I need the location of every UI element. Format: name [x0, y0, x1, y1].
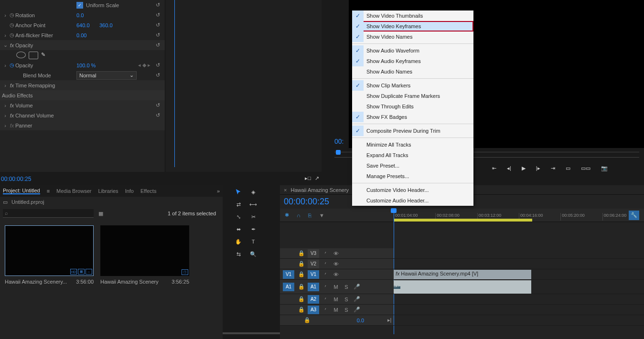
reset-icon[interactable]: ↺	[153, 41, 162, 50]
ripple-edit-tool-icon[interactable]: ⇄	[233, 200, 244, 209]
eye-icon[interactable]: 👁	[332, 250, 340, 257]
eye-icon[interactable]: 👁	[332, 271, 340, 278]
camera-icon[interactable]: 📷	[601, 165, 608, 171]
menu-item[interactable]: ✓Composite Preview During Trim	[352, 126, 473, 136]
voiceover-icon[interactable]: 🎤	[353, 296, 361, 303]
menu-item[interactable]: ✓Show Audio Keyframes	[352, 56, 473, 66]
source-patch-a1[interactable]: A1	[283, 283, 294, 291]
mark-in-icon[interactable]: ⇤	[492, 165, 496, 171]
track-target-v2[interactable]: V2	[308, 260, 319, 268]
opacity-header[interactable]: ⌄ fx Opacity ↺	[0, 40, 165, 50]
stopwatch-active-icon[interactable]: ◷	[9, 62, 15, 68]
blend-mode-select[interactable]: Normal ⌄	[76, 71, 137, 80]
menu-item[interactable]: ✓Show Video Thumbnails	[352, 11, 473, 21]
play-icon[interactable]: ▶	[522, 165, 526, 171]
marker-icon[interactable]: ▼	[319, 212, 324, 218]
audio-clip[interactable]	[394, 280, 531, 294]
overflow-icon[interactable]: »	[217, 188, 220, 194]
reset-icon[interactable]: ↺	[153, 71, 162, 80]
reset-icon[interactable]: ↺	[153, 101, 162, 110]
rate-stretch-tool-icon[interactable]: ⤡	[233, 212, 244, 222]
twirl-icon[interactable]: ›	[2, 63, 9, 68]
menu-item[interactable]: Show Through Edits	[352, 101, 473, 112]
mark-out-icon[interactable]: ⇥	[551, 165, 555, 171]
menu-item[interactable]: Show Audio Names	[352, 66, 473, 77]
rolling-edit-tool-icon[interactable]: ⟷	[248, 200, 258, 209]
mute-button[interactable]: M	[332, 296, 340, 303]
play-around-icon[interactable]: ▸□	[305, 175, 311, 181]
step-back-icon[interactable]: ◂|	[507, 165, 511, 171]
sync-lock-icon[interactable]: ⎖	[321, 283, 330, 291]
timeline-timecode[interactable]: 00:00:00:25	[280, 195, 333, 209]
selection-tool-icon[interactable]	[233, 187, 244, 197]
voiceover-icon[interactable]: 🎤	[353, 283, 361, 291]
uniform-scale-checkbox[interactable]: ✓	[76, 2, 83, 9]
go-to-next-icon[interactable]: ▸|	[385, 317, 394, 324]
menu-item[interactable]: ✓Show Video Keyframes	[352, 21, 473, 32]
extract-icon[interactable]: ▭▭	[581, 165, 590, 171]
effect-playhead[interactable]	[174, 0, 175, 167]
track-target-v3[interactable]: V3	[308, 249, 319, 258]
filter-bin-icon[interactable]: ▦	[98, 211, 103, 217]
lock-icon[interactable]: 🔒	[303, 317, 311, 324]
rotation-value[interactable]: 0.0	[76, 12, 84, 18]
pen-tool-icon[interactable]: ✒	[248, 224, 258, 234]
reset-icon[interactable]: ↺	[153, 111, 162, 120]
stopwatch-icon[interactable]: ◷	[9, 12, 15, 18]
video-clip[interactable]: fx Hawaii Amazing Scenery.mp4 [V]	[394, 270, 531, 279]
anchor-y-value[interactable]: 360.0	[99, 22, 113, 28]
lock-icon[interactable]: 🔒	[297, 250, 306, 257]
panel-menu-icon[interactable]: ≡	[47, 188, 50, 194]
voiceover-icon[interactable]: 🎤	[353, 306, 361, 314]
linked-selection-icon[interactable]: ⎘	[308, 212, 311, 218]
menu-item[interactable]: ✓Show Clip Markers	[352, 80, 473, 91]
project-item[interactable]: ◫Hawaii Amazing Scenery3:56:25	[100, 225, 189, 285]
hand-tool-icon[interactable]: ✋	[233, 237, 244, 246]
menu-item[interactable]: ✓Show Audio Waveform	[352, 45, 473, 56]
ellipse-mask-icon[interactable]	[16, 52, 26, 58]
lift-icon[interactable]: ▭	[566, 165, 570, 171]
opacity-value[interactable]: 100.0 %	[76, 63, 96, 68]
solo-button[interactable]: S	[342, 306, 351, 314]
reset-icon[interactable]: ↺	[153, 31, 162, 40]
menu-item[interactable]: Expand All Tracks	[352, 150, 473, 160]
rect-mask-icon[interactable]	[29, 52, 38, 59]
slip-tool-icon[interactable]: ⬌	[233, 224, 244, 234]
source-timecode[interactable]: 00:00:00:25	[1, 176, 31, 182]
keyframe-nav[interactable]: ◂ ◆ ▸	[138, 62, 150, 68]
source-patch-v1[interactable]: V1	[283, 270, 294, 279]
step-fwd-icon[interactable]: |▸	[536, 165, 540, 171]
sync-lock-icon[interactable]: ⎖	[321, 260, 330, 268]
tab-libraries[interactable]: Libraries	[98, 188, 118, 194]
track-select-tool-icon[interactable]: ◈	[248, 187, 258, 197]
menu-item[interactable]: Minimize All Tracks	[352, 139, 473, 150]
clip-thumbnail[interactable]: ◫	[100, 225, 189, 276]
menu-item[interactable]: Customize Video Header...	[352, 185, 473, 195]
nest-icon[interactable]: ✱	[285, 212, 289, 218]
anchor-x-value[interactable]: 640.0	[76, 22, 90, 28]
mute-button[interactable]: M	[332, 306, 340, 314]
menu-item[interactable]: Save Preset...	[352, 160, 473, 171]
lock-icon[interactable]: 🔒	[297, 271, 306, 278]
time-remap-header[interactable]: › fx Time Remapping	[0, 80, 165, 90]
lock-icon[interactable]: 🔒	[297, 283, 306, 291]
export-frame-icon[interactable]: ↗	[315, 175, 319, 181]
zoom-tool-icon[interactable]: 🔍	[248, 249, 258, 259]
menu-item[interactable]: ✓Show FX Badges	[352, 112, 473, 122]
project-item[interactable]: HD▦↔Hawaii Amazing Scenery...3:56:00	[5, 225, 94, 285]
track-target-a2[interactable]: A2	[308, 295, 319, 304]
tab-media-browser[interactable]: Media Browser	[56, 188, 91, 194]
twirl-down-icon[interactable]: ⌄	[2, 42, 9, 48]
reset-icon[interactable]: ↺	[153, 11, 162, 20]
lock-icon[interactable]: 🔒	[297, 260, 306, 268]
track-target-v1[interactable]: V1	[308, 270, 319, 279]
close-icon[interactable]: ×	[284, 187, 287, 193]
antiflicker-value[interactable]: 0.00	[76, 32, 86, 38]
menu-item[interactable]: Show Duplicate Frame Markers	[352, 91, 473, 101]
volume-header[interactable]: ›fx Volume ↺	[0, 100, 165, 110]
twirl-icon[interactable]: ›	[2, 83, 9, 88]
twirl-icon[interactable]: ›	[2, 32, 9, 38]
menu-item[interactable]: Manage Presets...	[352, 171, 473, 181]
pen-mask-icon[interactable]: ✎	[41, 52, 45, 59]
stopwatch-icon[interactable]: ◷	[9, 22, 15, 28]
